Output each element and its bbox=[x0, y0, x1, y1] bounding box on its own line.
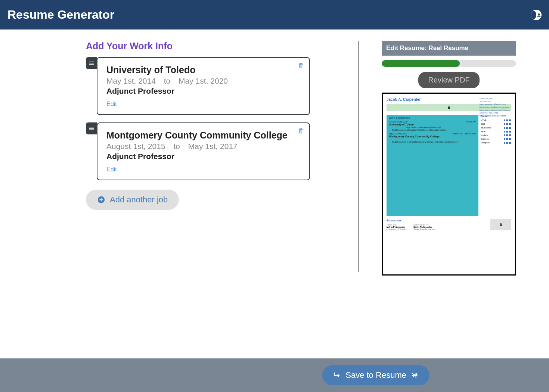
job-end-date: May 1st, 2017 bbox=[188, 142, 238, 150]
preview-locked-section bbox=[490, 219, 511, 230]
job-start-date: May 1st, 2014 bbox=[106, 77, 156, 85]
edit-resume-banner: Edit Resume: Real Resume bbox=[382, 41, 516, 56]
preview-education: Education Toledo, OH MA in Philosophy Un… bbox=[387, 219, 511, 230]
preview-experience: Work Experience May 2014-May 2020Toledo,… bbox=[387, 115, 478, 216]
resume-preview: Jacob A. Carpenter New York, NY 267-679-… bbox=[382, 93, 516, 276]
add-job-label: Add another job bbox=[110, 195, 168, 205]
drag-handle-icon[interactable] bbox=[86, 122, 97, 134]
edu-entry: Toledo, OH MA in Philosophy University o… bbox=[387, 224, 406, 230]
skill-row: HTML bbox=[481, 119, 511, 121]
date-separator: to bbox=[164, 77, 171, 85]
job-company: Montgomery County Community College bbox=[106, 130, 300, 141]
app-header: Resume Generator bbox=[0, 0, 549, 29]
review-pdf-button[interactable]: Review PDF bbox=[418, 72, 479, 88]
progress-fill bbox=[382, 60, 460, 67]
plus-circle-icon bbox=[97, 196, 105, 204]
edit-job-link[interactable]: Edit bbox=[106, 101, 117, 107]
arrow-up-right-icon bbox=[410, 371, 418, 379]
edu-entry: State College, PA BA in Philosophy Penn … bbox=[413, 224, 435, 230]
skill-row: Express bbox=[481, 138, 511, 140]
job-end-date: May 1st, 2020 bbox=[179, 77, 228, 85]
preview-contact: New York, NY 267-679-3637 jake.carpenter… bbox=[480, 97, 511, 118]
column-divider bbox=[359, 41, 359, 272]
lock-icon bbox=[499, 223, 503, 227]
job-start-date: August 1st, 2015 bbox=[106, 142, 165, 150]
footer-bar: Save to Resume bbox=[0, 358, 549, 392]
skill-row: CSS bbox=[481, 123, 511, 125]
app-title: Resume Generator bbox=[7, 8, 114, 22]
job-card-body: University of Toledo May 1st, 2014 to Ma… bbox=[97, 57, 310, 115]
skill-row: Javascript bbox=[481, 127, 511, 129]
preview-skills: Skills HTML CSS Javascript React Node.js… bbox=[478, 115, 511, 216]
progress-bar bbox=[382, 60, 516, 67]
save-button-label: Save to Resume bbox=[345, 370, 406, 380]
job-card-body: Montgomery County Community College Augu… bbox=[97, 122, 310, 180]
save-to-resume-button[interactable]: Save to Resume bbox=[322, 365, 429, 385]
job-card: University of Toledo May 1st, 2014 to Ma… bbox=[86, 57, 310, 115]
arrow-down-right-icon bbox=[334, 371, 342, 379]
skill-row: Mongodb bbox=[481, 141, 511, 144]
job-role: Adjunct Professor bbox=[106, 152, 300, 161]
lock-icon bbox=[447, 105, 451, 110]
job-company: University of Toledo bbox=[106, 65, 300, 75]
svg-point-1 bbox=[538, 13, 540, 15]
drag-handle-icon[interactable] bbox=[86, 57, 97, 69]
preview-exp-header: Work Experience bbox=[389, 116, 476, 119]
add-job-button[interactable]: Add another job bbox=[86, 190, 179, 210]
section-title: Add Your Work Info bbox=[86, 41, 310, 52]
delete-job-button[interactable] bbox=[297, 127, 304, 136]
job-card: Montgomery County Community College Augu… bbox=[86, 122, 310, 180]
work-info-column: Add Your Work Info University of Toledo … bbox=[86, 41, 310, 358]
preview-column: Edit Resume: Real Resume Review PDF Jaco… bbox=[382, 41, 516, 358]
preview-main-row: Work Experience May 2014-May 2020Toledo,… bbox=[387, 115, 511, 216]
delete-job-button[interactable] bbox=[297, 62, 304, 71]
main-content: Add Your Work Info University of Toledo … bbox=[0, 29, 549, 358]
job-dates: August 1st, 2015 to May 1st, 2017 bbox=[106, 142, 300, 151]
job-role: Adjunct Professor bbox=[106, 87, 300, 96]
skill-row: Node.js bbox=[481, 134, 511, 136]
date-separator: to bbox=[173, 142, 180, 150]
edit-job-link[interactable]: Edit bbox=[106, 166, 117, 172]
job-dates: May 1st, 2014 to May 1st, 2020 bbox=[106, 77, 300, 85]
user-avatar-icon[interactable] bbox=[531, 10, 542, 20]
skill-row: React bbox=[481, 130, 511, 133]
